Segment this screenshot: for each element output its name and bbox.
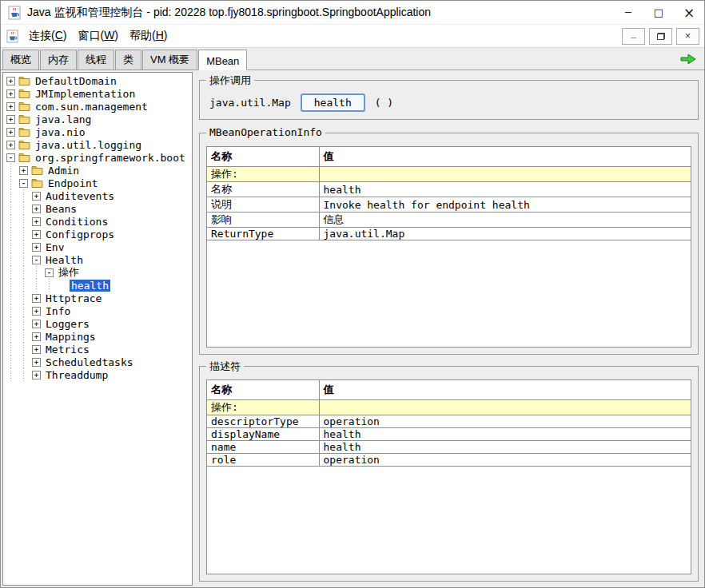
menu-window[interactable]: 窗口(W) — [72, 26, 124, 46]
tree-node-health[interactable]: health — [3, 279, 192, 292]
tab-类[interactable]: 类 — [115, 50, 141, 70]
folder-icon — [18, 76, 30, 85]
collapse-toggle-icon[interactable]: - — [6, 153, 15, 162]
tree-guide-line — [19, 215, 32, 228]
tree-node-com.sun.management[interactable]: +com.sun.management — [3, 100, 192, 113]
expand-toggle-icon[interactable]: + — [32, 192, 41, 201]
tree-node-Metrics[interactable]: +Metrics — [3, 343, 192, 356]
expand-toggle-icon[interactable]: + — [6, 128, 15, 137]
expand-toggle-icon[interactable]: + — [6, 141, 15, 149]
menu-connect[interactable]: 连接(C) — [23, 26, 72, 46]
operation-info-viewport: 名称值操作:名称health说明Invoke health for endpoi… — [206, 146, 691, 348]
tree-node-操作[interactable]: -操作 — [3, 266, 192, 279]
table-header-row: 名称值 — [207, 147, 691, 167]
tree-node-Mappings[interactable]: +Mappings — [3, 330, 192, 343]
tree-node-Env[interactable]: +Env — [3, 240, 192, 253]
tree-node-Beans[interactable]: +Beans — [3, 202, 192, 215]
tree-guide-line — [19, 266, 32, 279]
tree-guide-line — [45, 279, 58, 292]
tree-node-Httptrace[interactable]: +Httptrace — [3, 292, 192, 304]
column-header[interactable]: 名称 — [207, 380, 319, 400]
table-row[interactable]: descriptorTypeoperation — [207, 415, 691, 428]
expand-toggle-icon[interactable]: + — [32, 320, 41, 328]
tree-node-Loggers[interactable]: +Loggers — [3, 317, 192, 330]
tree-node-Threaddump[interactable]: +Threaddump — [3, 368, 192, 381]
connection-status-icon — [680, 54, 696, 65]
close-button[interactable]: × — [674, 1, 704, 24]
expand-toggle-icon[interactable]: + — [6, 102, 15, 111]
tree-node-Info[interactable]: +Info — [3, 304, 192, 317]
operation-info-title: MBeanOperationInfo — [206, 126, 325, 138]
collapse-toggle-icon[interactable]: - — [45, 268, 54, 277]
expand-toggle-icon[interactable]: + — [32, 345, 41, 354]
tree-node-java.util.logging[interactable]: +java.util.logging — [3, 138, 192, 151]
tree-node-Health[interactable]: -Health — [3, 253, 192, 266]
tree-node-java.nio[interactable]: +java.nio — [3, 125, 192, 138]
tree-guide-line — [6, 343, 19, 356]
expand-toggle-icon[interactable]: + — [6, 89, 15, 98]
tree-guide-line — [6, 202, 19, 215]
tab-线程[interactable]: 线程 — [78, 50, 114, 70]
tree-node-Scheduledtasks[interactable]: +Scheduledtasks — [3, 356, 192, 368]
maximize-button[interactable]: □ — [643, 1, 674, 24]
table-row[interactable]: namehealth — [207, 441, 691, 454]
frame-restore-button[interactable] — [649, 28, 672, 45]
table-row[interactable]: 影响信息 — [207, 213, 691, 228]
tree-guide-line — [6, 330, 19, 343]
operation-info-table: 名称值操作:名称health说明Invoke health for endpoi… — [207, 147, 691, 240]
tree-node-java.lang[interactable]: +java.lang — [3, 113, 192, 125]
table-row[interactable]: ReturnTypejava.util.Map — [207, 228, 691, 240]
minimize-button[interactable]: ─ — [613, 1, 643, 24]
table-row[interactable]: 说明Invoke health for endpoint health — [207, 197, 691, 213]
expand-toggle-icon[interactable]: + — [32, 371, 41, 379]
frame-close-button[interactable]: × — [676, 28, 699, 45]
descriptor-title: 描述符 — [206, 360, 244, 374]
section-row[interactable]: 操作: — [207, 400, 691, 415]
expand-toggle-icon[interactable]: + — [32, 332, 41, 341]
health-operation-button[interactable]: health — [301, 93, 365, 112]
tree-node-Auditevents[interactable]: +Auditevents — [3, 189, 192, 202]
tree-node-Admin[interactable]: +Admin — [3, 164, 192, 177]
tree-node-Configprops[interactable]: +Configprops — [3, 228, 192, 240]
tree-node-label: Endpoint — [46, 177, 100, 189]
column-header[interactable]: 名称 — [207, 147, 319, 167]
menu-help[interactable]: 帮助(H) — [124, 26, 173, 46]
tree-node-DefaultDomain[interactable]: +DefaultDomain — [3, 74, 192, 87]
tab-MBean[interactable]: MBean — [198, 50, 247, 70]
section-row[interactable]: 操作: — [207, 167, 691, 182]
table-row[interactable]: displayNamehealth — [207, 428, 691, 441]
table-row[interactable]: roleoperation — [207, 454, 691, 467]
tree-node-label: 操作 — [57, 265, 81, 280]
expand-toggle-icon[interactable]: + — [32, 307, 41, 316]
tree-node-Conditions[interactable]: +Conditions — [3, 215, 192, 228]
tree-node-JMImplementation[interactable]: +JMImplementation — [3, 87, 192, 100]
descriptor-panel: 描述符 名称值操作:descriptorTypeoperationdisplay… — [199, 366, 699, 582]
expand-toggle-icon[interactable]: + — [6, 115, 15, 124]
expand-toggle-icon[interactable]: + — [19, 166, 28, 175]
tree-node-label: org.springframework.boot — [34, 152, 187, 164]
collapse-toggle-icon[interactable]: - — [19, 179, 28, 188]
column-header[interactable]: 值 — [319, 147, 691, 167]
expand-toggle-icon[interactable]: + — [32, 230, 41, 239]
tree-node-org.springframework.boot[interactable]: -org.springframework.boot — [3, 151, 192, 164]
column-header[interactable]: 值 — [319, 380, 691, 400]
tree-guide-line — [6, 266, 19, 279]
tree-node-Endpoint[interactable]: -Endpoint — [3, 177, 192, 189]
tab-概览[interactable]: 概览 — [2, 50, 39, 70]
tree-node-label: JMImplementation — [34, 88, 137, 100]
menu-items: 连接(C)窗口(W)帮助(H) — [23, 26, 173, 46]
expand-toggle-icon[interactable]: + — [32, 243, 41, 252]
expand-toggle-icon[interactable]: + — [32, 358, 41, 367]
tree-guide-line — [19, 356, 32, 368]
expand-toggle-icon[interactable]: + — [6, 77, 15, 85]
tab-VM 概要[interactable]: VM 概要 — [142, 50, 197, 70]
collapse-toggle-icon[interactable]: - — [32, 256, 41, 264]
frame-minimize-button[interactable]: _ — [622, 28, 645, 45]
tab-内存[interactable]: 内存 — [40, 50, 77, 70]
expand-toggle-icon[interactable]: + — [32, 217, 41, 226]
expand-toggle-icon[interactable]: + — [32, 205, 41, 213]
tree-node-label: Configprops — [44, 228, 116, 240]
table-row[interactable]: 名称health — [207, 182, 691, 197]
expand-toggle-icon[interactable]: + — [32, 294, 41, 303]
operation-invoke-title: 操作调用 — [206, 74, 254, 88]
